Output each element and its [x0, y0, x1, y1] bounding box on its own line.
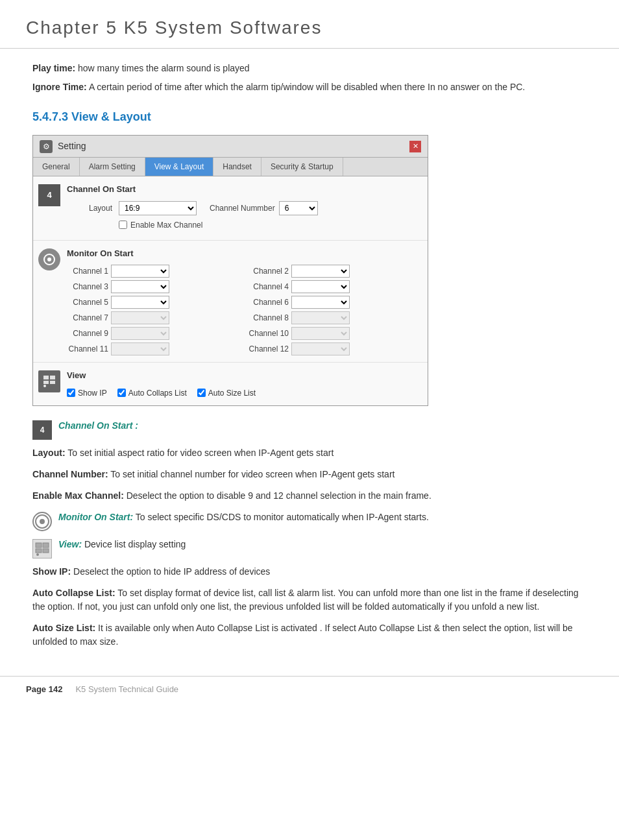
layout-select[interactable]: 16:9 4:3	[119, 201, 197, 215]
channel-9-select	[111, 327, 169, 340]
ignore-time-para: Ignore Time: A certain period of time af…	[32, 80, 587, 94]
dialog-title-bar: ⚙ Setting ✕	[33, 136, 428, 158]
svg-point-8	[40, 519, 45, 524]
channel-row-9: Channel 9	[67, 327, 242, 340]
tab-alarm-setting[interactable]: Alarm Setting	[80, 158, 145, 176]
show-ip-desc-para: Show IP: Deselect the option to hide IP …	[32, 565, 587, 579]
channel-row-12: Channel 12	[247, 342, 422, 355]
view-desc-text: Device list display setting	[82, 539, 186, 549]
channel-1-label: Channel 1	[67, 265, 108, 277]
auto-size-desc-para: Auto Size List: It is available only whe…	[32, 621, 587, 649]
channel-5-label: Channel 5	[67, 296, 108, 308]
show-ip-checkbox[interactable]	[67, 389, 75, 397]
channel-3-select[interactable]	[111, 280, 169, 293]
auto-collapse-desc-bold: Auto Collapse List:	[32, 588, 115, 598]
channel-12-label: Channel 12	[247, 343, 289, 355]
svg-point-6	[43, 385, 46, 387]
channel-10-label: Channel 10	[247, 328, 289, 339]
channel-number-desc-para: Channel Number: To set initial channel n…	[32, 468, 587, 481]
tab-security-startup[interactable]: Security & Startup	[261, 158, 343, 176]
tab-general[interactable]: General	[33, 158, 80, 176]
monitor-on-start-desc-icon	[32, 512, 52, 531]
show-ip-check-label[interactable]: Show IP	[67, 387, 107, 399]
channel-5-select[interactable]	[111, 296, 169, 309]
monitor-on-start-desc-para: Monitor On Start: To select specific DS/…	[58, 510, 429, 524]
svg-rect-3	[50, 376, 55, 379]
dialog-title-text: Setting	[58, 139, 86, 153]
channel-4-label: Channel 4	[247, 281, 289, 293]
channel-number-desc-bold: Channel Number:	[32, 469, 108, 479]
ignore-time-desc: A certain period of time after which the…	[87, 82, 525, 92]
channel-number-select[interactable]: 6 4 9 12	[279, 201, 318, 215]
auto-collapse-checkbox[interactable]	[117, 389, 126, 397]
enable-max-desc-bold: Enable Max Channel:	[32, 490, 124, 501]
channel-row-10: Channel 10	[247, 327, 422, 340]
svg-rect-11	[36, 549, 42, 553]
show-ip-desc-bold: Show IP:	[32, 566, 71, 577]
channel-7-label: Channel 7	[67, 312, 108, 324]
channel-row-2: Channel 2	[247, 265, 422, 278]
channel-on-start-teal: Channel On Start :	[58, 420, 138, 431]
channel-8-select	[291, 311, 350, 324]
channel-6-select[interactable]	[291, 296, 350, 309]
svg-point-13	[36, 553, 39, 556]
view-icon	[38, 370, 60, 392]
dialog-tabs: General Alarm Setting View & Layout Hand…	[33, 158, 428, 176]
play-time-desc: how many times the alarm sound is played	[75, 63, 249, 73]
auto-size-checkbox[interactable]	[197, 389, 206, 397]
channel-3-label: Channel 3	[67, 281, 108, 293]
auto-size-desc-text: It is available only when Auto Collapse …	[32, 623, 573, 647]
channel-on-start-desc-icon: 4	[32, 420, 52, 440]
svg-rect-9	[36, 543, 42, 547]
auto-size-check-label[interactable]: Auto Size List	[197, 387, 256, 399]
channel-2-select[interactable]	[291, 265, 350, 278]
channel-row-3: Channel 3	[67, 280, 242, 293]
svg-rect-5	[50, 381, 55, 384]
view-section: View Show IP Auto Collaps List Auto S	[33, 363, 428, 405]
footer-page-number: Page 142	[26, 683, 62, 696]
view-desc-icon	[32, 539, 52, 558]
channel-row-11: Channel 11	[67, 342, 242, 355]
tab-handset[interactable]: Handset	[213, 158, 261, 176]
channel-grid: Channel 1 Channel 2 Channel 3	[67, 265, 422, 355]
monitor-on-start-title: Monitor On Start	[67, 247, 422, 260]
channel-row-7: Channel 7	[67, 311, 242, 324]
enable-max-channel-label: Enable Max Channel	[130, 219, 202, 231]
monitor-on-start-teal: Monitor On Start:	[58, 512, 133, 522]
layout-desc-text: To set initial aspect ratio for video sc…	[66, 448, 334, 458]
channel-row-1: Channel 1	[67, 265, 242, 278]
view-title: View	[67, 369, 422, 382]
channel-2-label: Channel 2	[247, 265, 289, 277]
play-time-para: Play time: how many times the alarm soun…	[32, 62, 587, 75]
enable-max-desc-para: Enable Max Channel: Deselect the option …	[32, 489, 587, 503]
layout-desc-bold: Layout:	[32, 448, 66, 458]
play-time-bold: Play time:	[32, 63, 75, 73]
dialog-close-button[interactable]: ✕	[409, 141, 421, 152]
channel-1-select[interactable]	[111, 265, 169, 278]
channel-on-start-desc-title: Channel On Start :	[58, 419, 138, 433]
layout-desc-para: Layout: To set initial aspect ratio for …	[32, 446, 587, 460]
layout-row: Layout 16:9 4:3 Channel Nummber 6 4 9 12	[67, 201, 422, 215]
channel-on-start-section: 4 Channel On Start Layout 16:9 4:3 Chann…	[33, 176, 428, 241]
svg-point-1	[47, 258, 51, 261]
channel-number-desc-text: To set initial channel number for video …	[108, 469, 395, 479]
channel-row-8: Channel 8	[247, 311, 422, 324]
auto-collapse-check-label[interactable]: Auto Collaps List	[117, 387, 187, 399]
show-ip-label: Show IP	[78, 387, 107, 399]
channel-11-select	[111, 342, 169, 355]
auto-collapse-desc-para: Auto Collapse List: To set display forma…	[32, 586, 587, 614]
page-footer: Page 142 K5 System Technical Guide	[0, 676, 619, 702]
channel-7-select	[111, 311, 169, 324]
monitor-on-start-icon	[38, 248, 60, 270]
channel-row-4: Channel 4	[247, 280, 422, 293]
enable-max-channel-checkbox[interactable]	[119, 221, 127, 229]
channel-4-select[interactable]	[291, 280, 350, 293]
channel-9-label: Channel 9	[67, 328, 108, 339]
svg-rect-10	[43, 543, 49, 547]
tab-view-layout[interactable]: View & Layout	[145, 158, 214, 176]
channel-on-start-icon: 4	[38, 184, 60, 206]
ignore-time-bold: Ignore Time:	[32, 82, 87, 92]
enable-max-channel-row: Enable Max Channel	[119, 219, 422, 231]
dialog-title-left: ⚙ Setting	[40, 139, 86, 153]
channel-11-label: Channel 11	[67, 343, 108, 355]
